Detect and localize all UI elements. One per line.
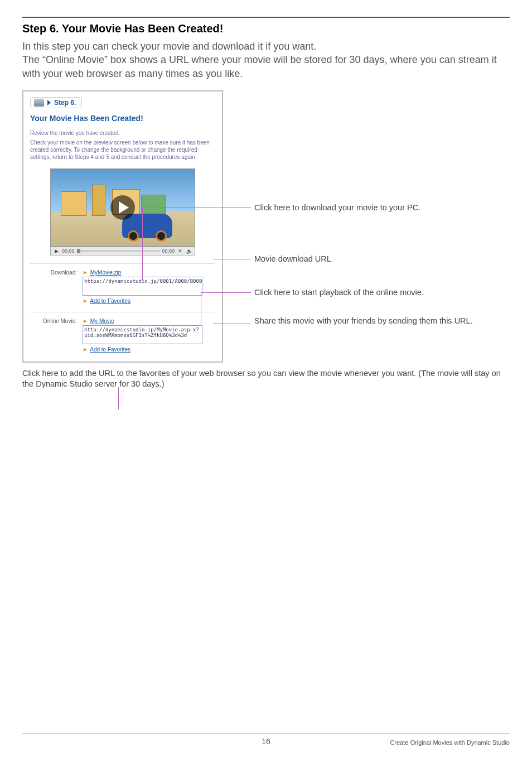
add-favorites-online[interactable]: Add to Favorites [90,346,130,353]
play-button-icon[interactable]: ▶ [53,248,60,254]
bullet-icon: ➤ [83,346,87,353]
camera-icon [34,99,44,107]
wheel-shape [156,230,167,242]
callout-download-url: Movie download URL [254,254,510,263]
play-icon[interactable] [110,195,135,220]
favorites-caption: Click here to add the URL to the favorit… [22,368,510,389]
player-controls[interactable]: ▶ 00:00 00:00 ✕ 🔈 [50,247,195,255]
wheel-shape [128,230,139,242]
step-badge-label: Step 6. [54,99,76,107]
top-rule [22,17,510,18]
chevron-right-icon [47,100,51,105]
download-link[interactable]: MyMovie.zip [90,269,122,276]
volume-icon[interactable]: 🔈 [186,248,192,254]
callout-online-playback: Click here to start playback of the onli… [254,288,510,297]
bullet-icon: ➤ [83,298,87,304]
callouts: Click here to download your movie to you… [223,90,510,363]
leader-line [201,292,201,326]
leader-line [213,324,251,324]
building-shape [61,191,86,216]
leader-line [118,387,119,409]
intro-line-1: In this step you can check your movie an… [22,41,316,52]
leader-line [213,259,251,259]
online-movie-label: Online Movie: [30,318,77,353]
time-total: 00:00 [162,248,175,254]
seek-thumb[interactable] [77,249,80,253]
download-row: Download: ➤ MyMovie.zip https://dynamics… [30,263,215,304]
leader-line [142,208,251,208]
page-number: 16 [185,737,347,746]
panel-title: Your Movie Has Been Created! [30,114,215,123]
online-movie-link[interactable]: My Movie [90,318,114,324]
seek-track[interactable] [77,250,160,252]
online-movie-url-box[interactable]: http://dynamicstudio.jp/MyMovie.asp x?ui… [83,325,202,344]
panel-subtext-2: Check your movie on the preview screen b… [30,139,215,161]
step-heading: Step 6. Your Movie Has Been Created! [22,22,510,35]
online-movie-row: Online Movie: ➤ My Movie http://dynamics… [30,312,215,353]
callout-share-url: Share this movie with your friends by se… [254,316,510,326]
footer-title: Create Original Movies with Dynamic Stud… [347,739,510,746]
leader-line [142,208,143,280]
bullet-icon: ➤ [83,269,87,276]
video-preview[interactable]: ▶ 00:00 00:00 ✕ 🔈 [50,168,195,255]
intro-line-2: The “Online Movie” box shows a URL where… [22,54,497,79]
panel-subtext-1: Review the movie you have created. [30,129,215,137]
bullet-icon: ➤ [83,318,87,324]
stop-icon[interactable]: ✕ [177,248,183,254]
embedded-screenshot: Step 6. Your Movie Has Been Created! Rev… [22,90,223,363]
download-label: Download: [30,269,77,304]
step-badge: Step 6. [30,97,82,108]
diagram: Step 6. Your Movie Has Been Created! Rev… [22,90,510,363]
add-favorites-download[interactable]: Add to Favorites [90,298,130,304]
leader-line [201,292,251,293]
footer: 16 Create Original Movies with Dynamic S… [22,733,510,746]
intro-text: In this step you can check your movie an… [22,40,510,80]
building-shape [92,185,105,216]
time-elapsed: 00:00 [62,248,75,254]
callout-download-pc: Click here to download your movie to you… [254,203,510,212]
